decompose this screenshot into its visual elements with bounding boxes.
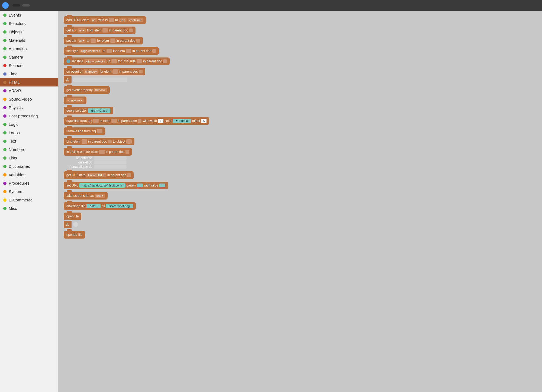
sidebar-label-selectors: Selectors [9, 21, 26, 26]
sidebar-label-animation: Animation [9, 46, 27, 51]
sidebar-item-postprocessing[interactable]: Post-processing [0, 112, 58, 120]
tab-main[interactable] [22, 4, 30, 7]
sidebar-item-procedures[interactable]: Procedures [0, 179, 58, 187]
block-init-fullscreen: init fullscreen for elem in parent doc o… [64, 148, 132, 169]
chip-dropdown[interactable]: change [83, 69, 98, 74]
sidebar-dot-logic [3, 123, 7, 126]
sidebar-label-procedures: Procedures [9, 181, 30, 185]
chip-dropdown[interactable]: align-content [79, 49, 102, 53]
string-value: data:, [86, 204, 101, 208]
sidebar-label-postprocessing: Post-processing [9, 114, 38, 118]
chip-dropdown[interactable]: a [91, 18, 97, 22]
main-layout: Events Selectors Objects Materials Anima… [0, 11, 542, 392]
chip: container [128, 18, 143, 22]
slot [112, 69, 118, 74]
sidebar-label-system: System [9, 189, 22, 194]
chip-dropdown[interactable]: button [94, 88, 107, 92]
sidebar-item-html[interactable]: HTML [0, 78, 58, 86]
sidebar-item-animation[interactable]: Animation [0, 44, 58, 53]
sidebar-label-objects: Objects [9, 30, 22, 34]
sidebar-dot-camera [3, 56, 7, 59]
sidebar-dot-materials [3, 39, 7, 42]
sidebar-dot-text [3, 140, 7, 143]
string-value: div.myClass [88, 108, 110, 113]
block-open-file: open file do [64, 213, 81, 228]
sidebar-dot-time [3, 72, 7, 76]
string-value: https://sandbox.soft8soft.com/ [79, 183, 125, 188]
sidebar-item-camera[interactable]: Camera [0, 53, 58, 61]
sidebar-label-ecommerce: E-Commerce [9, 198, 33, 202]
block-get-event-prop: get event property button [64, 86, 110, 94]
chip-dropdown[interactable]: Entire URL [86, 173, 106, 177]
num-value: 5 [201, 119, 207, 123]
block-download-file: download file data:, as screenshot.png [64, 202, 136, 210]
sidebar-dot-postprocessing [3, 114, 7, 118]
sidebar-item-misc[interactable]: Misc [0, 204, 58, 213]
sidebar-dot-system [3, 190, 7, 193]
block-on-event: on event of change for elem in parent do… [64, 68, 145, 83]
chip-dropdown[interactable]: container [66, 98, 84, 102]
sidebar-item-system[interactable]: System [0, 187, 58, 196]
chip-dropdown[interactable]: align-content [84, 59, 107, 63]
canvas-area[interactable]: add HTML elem a with id to to container … [58, 11, 542, 392]
block-set-url: set URL https://sandbox.soft8soft.com/ p… [64, 182, 168, 189]
sidebar-dot-ecommerce [3, 198, 7, 202]
num-value: 1 [158, 119, 163, 123]
sidebar-item-materials[interactable]: Materials [0, 36, 58, 44]
slot [93, 119, 99, 123]
sidebar-label-events: Events [9, 13, 21, 17]
block-set-style-css: set style align-content to for CSS rule … [64, 57, 170, 65]
block-query-selector: query selector div.myClass [64, 107, 113, 114]
sidebar-dot-events [3, 14, 7, 17]
sidebar-item-scenes[interactable]: Scenes [0, 61, 58, 70]
sidebar-item-arvr[interactable]: AR/VR [0, 86, 58, 95]
sidebar-item-text[interactable]: Text [0, 137, 58, 145]
sidebar-item-loops[interactable]: Loops [0, 128, 58, 137]
slot [99, 150, 105, 154]
block-get-url-data: get URL data Entire URL in parent doc [64, 171, 134, 179]
slot [97, 129, 102, 133]
sidebar-label-dictionaries: Dictionaries [9, 164, 30, 169]
sidebar-item-ecommerce[interactable]: E-Commerce [0, 196, 58, 204]
logo-icon [2, 2, 9, 9]
sidebar-label-numbers: Numbers [9, 147, 25, 152]
sidebar-label-html: HTML [9, 80, 20, 85]
sidebar-dot-variables [3, 173, 7, 176]
slot [126, 139, 132, 144]
string-value [137, 184, 143, 187]
header [0, 0, 542, 11]
slot [136, 39, 140, 43]
sidebar-item-dictionaries[interactable]: Dictionaries [0, 162, 58, 171]
sidebar-dot-misc [3, 207, 7, 210]
sidebar-item-time[interactable]: Time [0, 70, 58, 78]
sidebar-item-lists[interactable]: Lists [0, 154, 58, 162]
slot [126, 49, 131, 53]
slot [111, 119, 117, 123]
tab-init[interactable] [12, 4, 20, 7]
slot [163, 59, 167, 63]
block-icon [66, 59, 70, 63]
sidebar-item-logic[interactable]: Logic [0, 120, 58, 128]
sidebar-item-objects[interactable]: Objects [0, 28, 58, 36]
chip-dropdown[interactable]: png [95, 194, 105, 198]
sidebar-item-numbers[interactable]: Numbers [0, 145, 58, 154]
block-remove-line: remove line from obj [64, 127, 105, 135]
sidebar-label-arvr: AR/VR [9, 88, 21, 93]
slot [110, 38, 115, 43]
sidebar-dot-procedures [3, 182, 7, 185]
sidebar-label-logic: Logic [9, 122, 18, 127]
sidebar-dot-objects [3, 30, 7, 34]
chip-dropdown[interactable]: to [119, 18, 127, 22]
chip-dropdown[interactable]: alt [78, 28, 86, 33]
sidebar-dot-loops [3, 131, 7, 134]
slot [139, 70, 143, 73]
sidebar-item-soundvideo[interactable]: Sound/Video [0, 95, 58, 103]
block-get-attr: get attr alt from elem in parent doc [64, 27, 136, 34]
chip-dropdown[interactable]: alt [78, 38, 86, 43]
sidebar-label-text: Text [9, 139, 16, 143]
sidebar-item-selectors[interactable]: Selectors [0, 19, 58, 28]
sidebar-item-events[interactable]: Events [0, 11, 58, 19]
slot [127, 173, 131, 177]
sidebar-item-physics[interactable]: Physics [0, 103, 58, 112]
sidebar-item-variables[interactable]: Variables [0, 171, 58, 179]
